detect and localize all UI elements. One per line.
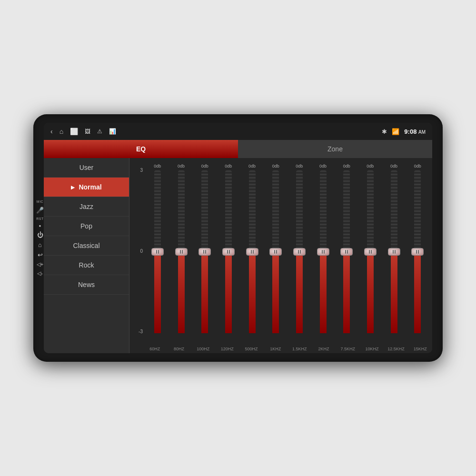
handle-line — [203, 250, 204, 254]
handle-1-5khz[interactable] — [293, 248, 306, 256]
db-label-2: 0db — [201, 164, 208, 169]
track-15khz[interactable] — [414, 170, 421, 333]
freq-120hz: 120HZ — [215, 347, 239, 351]
volume-down-button[interactable]: ◁- — [37, 271, 43, 276]
mic-button[interactable]: 🎤 — [36, 207, 44, 213]
fill-1khz — [272, 252, 279, 333]
slider-80hz: 0db — [169, 164, 193, 333]
handle-line — [156, 250, 157, 254]
slider-1khz: 0db — [264, 164, 288, 333]
fill-120hz — [225, 252, 232, 333]
handle-line — [322, 250, 323, 254]
preset-pop[interactable]: Pop — [44, 217, 129, 236]
track-7-5khz[interactable] — [343, 170, 350, 333]
content-area: User ▶ Normal Jazz Pop Classical Rock Ne… — [44, 158, 432, 353]
handle-line — [298, 250, 299, 254]
db-label-0: 0db — [154, 164, 161, 169]
preset-list: User ▶ Normal Jazz Pop Classical Rock Ne… — [44, 158, 129, 353]
track-80hz[interactable] — [178, 170, 185, 333]
track-1khz[interactable] — [272, 170, 279, 333]
db-label-4: 0db — [248, 164, 256, 169]
handle-line — [418, 250, 419, 254]
alert-icon[interactable]: ⚠ — [97, 128, 102, 135]
fill-12-5khz — [391, 252, 397, 333]
slider-10khz: 0db — [358, 164, 382, 333]
handle-line — [158, 250, 159, 254]
slider-1-5khz: 0db — [288, 164, 311, 333]
freq-1khz: 1KHZ — [263, 347, 288, 351]
handle-10khz[interactable] — [364, 248, 377, 256]
volume-up-button[interactable]: ◁+ — [37, 262, 43, 267]
clock: 9:08 AM — [404, 128, 426, 135]
track-2khz[interactable] — [320, 170, 327, 333]
gallery-icon[interactable]: 🖼 — [85, 128, 90, 135]
rst-button[interactable]: ● — [39, 224, 41, 228]
handle-500hz[interactable] — [246, 248, 258, 256]
slider-500hz: 0db — [240, 164, 264, 333]
recent-apps-icon[interactable]: ⬜ — [70, 128, 78, 135]
slider-2khz: 0db — [311, 164, 335, 333]
freq-12-5khz: 12.5KHZ — [384, 347, 408, 351]
track-12-5khz[interactable] — [391, 170, 397, 333]
track-1-5khz[interactable] — [296, 170, 303, 333]
handle-line — [276, 250, 277, 254]
tab-eq[interactable]: EQ — [44, 140, 238, 158]
handle-line — [251, 250, 252, 254]
device-shell: MIC 🎤 RST ● ⏻ ⌂ ↩ ◁+ ◁- ‹ ⌂ ⬜ 🖼 ⚠ 📊 ✱ 📶 — [33, 114, 443, 362]
track-60hz[interactable] — [154, 170, 161, 333]
handle-line — [229, 250, 230, 254]
db-label-6: 0db — [296, 164, 303, 169]
track-120hz[interactable] — [225, 170, 232, 333]
preset-news[interactable]: News — [44, 275, 129, 295]
handle-line — [180, 250, 181, 254]
preset-classical[interactable]: Classical — [44, 236, 129, 256]
track-100hz[interactable] — [201, 170, 208, 333]
preset-rock[interactable]: Rock — [44, 256, 129, 275]
rst-label: RST — [36, 217, 44, 220]
y-label-neg3: -3 — [139, 329, 143, 334]
track-10khz[interactable] — [367, 170, 374, 333]
fill-60hz — [154, 252, 161, 333]
track-500hz[interactable] — [249, 170, 256, 333]
preset-jazz[interactable]: Jazz — [44, 197, 129, 217]
db-label-3: 0db — [225, 164, 232, 169]
handle-line — [347, 250, 348, 254]
handle-12-5khz[interactable] — [388, 248, 400, 256]
preset-user[interactable]: User — [44, 158, 129, 178]
handle-2khz[interactable] — [317, 248, 329, 256]
back-nav-icon[interactable]: ‹ — [50, 128, 53, 135]
back-button[interactable]: ↩ — [38, 252, 43, 258]
handle-line — [369, 250, 370, 254]
power-button[interactable]: ⏻ — [37, 232, 43, 238]
handle-80hz[interactable] — [175, 248, 188, 256]
chart-icon[interactable]: 📊 — [109, 128, 116, 135]
handle-line — [205, 250, 206, 254]
slider-60hz: 0db — [146, 164, 169, 333]
fill-7-5khz — [343, 252, 350, 333]
y-axis-labels: 3 0 -3 — [132, 168, 143, 334]
db-label-8: 0db — [343, 164, 350, 169]
handle-60hz[interactable] — [151, 248, 164, 256]
handle-line — [324, 250, 325, 254]
fill-10khz — [367, 252, 374, 333]
y-label-3: 3 — [140, 168, 143, 173]
status-bar: ‹ ⌂ ⬜ 🖼 ⚠ 📊 ✱ 📶 9:08 AM — [44, 123, 432, 140]
preset-normal[interactable]: ▶ Normal — [44, 178, 129, 197]
main-screen: ‹ ⌂ ⬜ 🖼 ⚠ 📊 ✱ 📶 9:08 AM EQ Zone — [44, 123, 432, 353]
handle-120hz[interactable] — [222, 248, 235, 256]
handle-7-5khz[interactable] — [340, 248, 353, 256]
freq-60hz: 60HZ — [143, 347, 167, 351]
ampm-value: AM — [418, 129, 426, 135]
play-icon: ▶ — [71, 185, 75, 190]
slider-100hz: 0db — [193, 164, 217, 333]
y-label-0: 0 — [140, 248, 143, 254]
tab-zone[interactable]: Zone — [238, 140, 432, 158]
handle-100hz[interactable] — [198, 248, 211, 256]
handle-1khz[interactable] — [269, 248, 282, 256]
fill-500hz — [249, 252, 256, 333]
handle-line — [253, 250, 254, 254]
fill-2khz — [320, 252, 327, 333]
handle-15khz[interactable] — [411, 248, 424, 256]
home-side-button[interactable]: ⌂ — [38, 242, 42, 248]
home-icon[interactable]: ⌂ — [60, 128, 63, 135]
